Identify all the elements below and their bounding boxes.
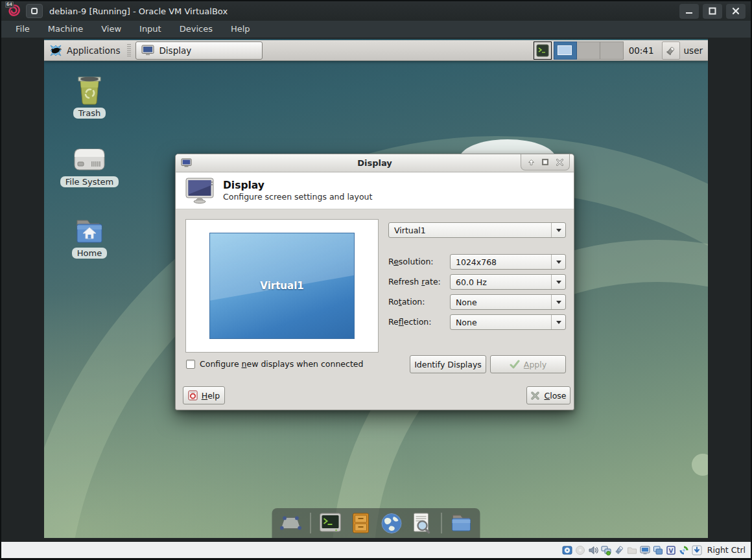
shared-folders-indicator[interactable] [627,544,638,555]
reflection-label: Reflection: [388,314,431,330]
apply-check-icon [510,360,520,369]
hard-disks-indicator[interactable] [562,544,573,555]
vbox-titlebar: 64 debian-9 [Running] - Oracle VM Virtua… [1,1,751,21]
icon-label: Trash [73,108,106,119]
vbox-statusbar: V Right Ctrl [1,542,751,558]
dock-separator [311,513,311,533]
dialog-controls [521,154,570,170]
workspace-1[interactable] [554,41,577,60]
close-x-icon [530,391,540,401]
chevron-down-icon [551,223,565,237]
refresh-rate-select[interactable]: 60.0 Hz [450,274,566,290]
display-large-icon [185,177,215,204]
menu-input[interactable]: Input [130,21,170,38]
chevron-down-icon [551,255,565,269]
menu-devices[interactable]: Devices [170,21,222,38]
show-desktop-icon [280,514,302,532]
desktop-icon-file-system[interactable]: File System [58,145,121,187]
file-cabinet-launcher[interactable] [350,512,372,534]
display-layout-preview[interactable]: Virtual1 [185,219,379,353]
reflection-select[interactable]: None [450,314,566,330]
usb-indicator[interactable] [614,544,625,555]
menu-help[interactable]: Help [222,21,259,38]
session-menu-button[interactable]: user [659,41,708,60]
dialog-title: Display [176,158,574,168]
workspace-switcher[interactable] [554,41,624,60]
menu-file[interactable]: File [6,21,39,38]
vm-screen[interactable]: Applications Display [44,39,708,538]
close-button[interactable] [726,4,746,19]
maximize-button[interactable] [539,156,552,168]
menu-view[interactable]: View [92,21,130,38]
rotation-select[interactable]: None [450,294,566,310]
help-icon [188,390,198,401]
username-label: user [684,45,703,56]
chevron-down-icon [551,275,565,289]
dialog-header-title: Display [223,180,372,191]
close-icon[interactable] [553,156,566,168]
chevron-down-icon [551,295,565,309]
file-cabinet-icon [352,513,370,533]
file-manager-launcher[interactable] [451,512,473,534]
close-button[interactable]: Close [526,386,570,404]
tray-terminal-icon[interactable] [534,41,552,60]
checkbox-label: Configure new displays when connected [200,359,363,369]
dock-separator [441,513,442,533]
panel-handle [127,44,131,57]
display-select[interactable]: Virtual1 [388,222,566,238]
applications-label: Applications [67,45,120,56]
workspace-3[interactable] [600,41,624,60]
applications-menu-button[interactable]: Applications [44,41,124,60]
taskbar-button-display[interactable]: Display [135,41,263,60]
desktop-icon-trash[interactable]: Trash [58,73,121,119]
network-indicator[interactable] [601,544,612,555]
home-folder-icon [73,216,106,245]
monitor-preview[interactable]: Virtual1 [209,233,355,339]
debian-logo-icon: 64 [6,3,22,19]
audio-indicator[interactable] [588,544,599,555]
dialog-header: Display Configure screen settings and la… [176,172,574,209]
recording-indicator[interactable] [653,544,664,555]
vm-frame: Applications Display [1,38,751,542]
maximize-button[interactable] [703,4,722,19]
xfce-top-panel: Applications Display [44,40,708,61]
identify-displays-button[interactable]: Identify Displays [410,355,486,373]
configure-new-displays-checkbox[interactable]: Configure new displays when connected [186,359,363,369]
terminal-icon [320,513,342,533]
display-indicator[interactable] [640,544,651,555]
terminal-launcher[interactable] [320,512,342,534]
resolution-select[interactable]: 1024x768 [450,254,566,270]
display-icon [141,45,154,56]
checkbox[interactable] [186,360,195,369]
desktop-icon-home[interactable]: Home [58,216,121,259]
monitor-preview-label: Virtual1 [260,280,303,292]
session-icon [662,41,680,60]
features-indicator[interactable]: V [666,544,677,555]
workspace-2[interactable] [577,41,600,60]
rotation-label: Rotation: [388,294,425,310]
dialog-header-subtitle: Configure screen settings and layout [223,192,372,202]
web-browser-launcher[interactable] [381,512,403,534]
svg-text:V: V [669,547,674,554]
help-button[interactable]: Help [183,386,225,404]
folder-icon [451,513,473,533]
arch-badge: 64 [5,1,14,8]
application-finder-launcher[interactable] [411,512,433,534]
resolution-label: Resolution: [388,254,434,270]
keyboard-capture-indicator[interactable] [692,544,703,555]
host-key-label: Right Ctrl [707,545,746,555]
minimize-button[interactable] [679,4,699,19]
optical-drives-indicator[interactable] [575,544,586,555]
show-desktop-button[interactable] [280,512,302,534]
taskbar-button-label: Display [159,45,191,56]
hard-drive-icon [73,145,106,174]
shade-button[interactable] [524,156,537,168]
apply-button[interactable]: Apply [490,355,566,373]
vbox-menubar: File Machine View Input Devices Help [1,21,751,38]
clock[interactable]: 00:41 [629,45,654,56]
refresh-rate-label: Refresh rate: [388,274,441,290]
mouse-integration-indicator[interactable] [679,544,690,555]
menu-machine[interactable]: Machine [39,21,92,38]
dialog-titlebar[interactable]: Display [176,154,574,172]
icon-label: Home [72,248,107,259]
